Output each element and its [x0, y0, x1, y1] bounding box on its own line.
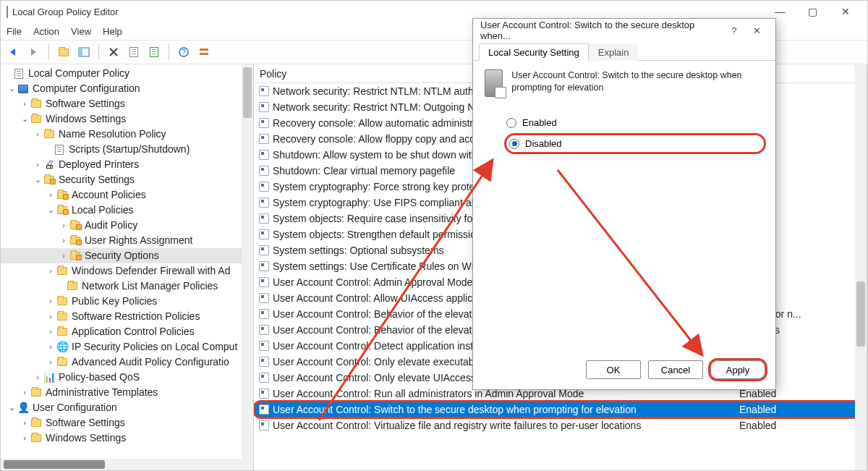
policy-label: User Account Control: Detect application…: [273, 340, 481, 352]
svg-rect-4: [200, 48, 208, 51]
registry-icon: [258, 260, 270, 272]
user-icon: 👤: [17, 402, 30, 414]
tree-wdf[interactable]: Windows Defender Firewall with Ad: [72, 263, 230, 279]
tree-acp[interactable]: Application Control Policies: [72, 324, 195, 339]
tree-ws2[interactable]: Windows Settings: [46, 430, 126, 446]
registry-icon: [258, 420, 270, 431]
tab-local-security-setting[interactable]: Local Security Setting: [479, 43, 589, 61]
list-vscrollbar[interactable]: [855, 64, 867, 470]
tree-uc[interactable]: User Configuration: [33, 400, 117, 415]
policy-row[interactable]: User Account Control: Virtualize file an…: [254, 417, 867, 433]
tree-root[interactable]: Local Computer Policy: [28, 66, 129, 81]
computer-icon: [17, 83, 30, 95]
tree-lp[interactable]: Local Policies: [72, 203, 134, 218]
tree-sec[interactable]: Security Settings: [59, 172, 135, 187]
policy-label: Recovery console: Allow automatic admini…: [273, 117, 482, 129]
shield-icon: [43, 174, 56, 186]
policy-label: User Account Control: Behavior of the el…: [273, 324, 480, 336]
policy-label: System cryptography: Use FIPS compliant …: [273, 197, 485, 208]
registry-icon: [258, 101, 270, 113]
tree-dp[interactable]: Deployed Printers: [59, 157, 139, 172]
delete-button[interactable]: [105, 43, 122, 61]
policy-row[interactable]: User Account Control: Switch to the secu…: [254, 402, 867, 417]
menu-file[interactable]: File: [7, 26, 22, 37]
tree-hscrollbar[interactable]: [1, 459, 242, 470]
radio-dot-icon: [509, 139, 519, 149]
tree-pqos[interactable]: Policy-based QoS: [59, 370, 140, 385]
registry-icon: [258, 404, 270, 415]
tree-at[interactable]: Administrative Templates: [46, 385, 158, 400]
dialog-close-button[interactable]: ✕: [746, 21, 768, 40]
tree[interactable]: Local Computer Policy ⌄Computer Configur…: [1, 66, 253, 446]
tree-ss[interactable]: Software Settings: [46, 96, 125, 111]
dialog-titlebar: User Account Control: Switch to the secu…: [473, 19, 775, 42]
svg-rect-1: [79, 48, 82, 56]
tree-ap[interactable]: Account Policies: [72, 187, 146, 203]
menu-help[interactable]: Help: [103, 26, 122, 37]
registry-icon: [258, 181, 270, 192]
script-icon: [53, 144, 66, 156]
registry-icon: [258, 372, 270, 383]
filter-button[interactable]: [195, 43, 213, 61]
tree-ipsec[interactable]: IP Security Policies on Local Comput: [72, 339, 237, 355]
cancel-button[interactable]: Cancel: [648, 360, 703, 379]
tree-nlm[interactable]: Network List Manager Policies: [82, 279, 218, 294]
registry-icon: [258, 245, 270, 256]
export-button[interactable]: [145, 43, 163, 61]
policy-label: Shutdown: Clear virtual memory pagefile: [273, 165, 455, 177]
menu-view[interactable]: View: [71, 26, 91, 37]
registry-icon: [258, 165, 270, 177]
policy-large-icon: [485, 69, 503, 97]
policy-label: User Account Control: Switch to the secu…: [273, 404, 637, 415]
close-button[interactable]: ✕: [829, 1, 861, 22]
tree-ss2[interactable]: Software Settings: [46, 415, 125, 430]
maximize-button[interactable]: ▢: [796, 1, 829, 22]
chart-icon: 📊: [43, 372, 56, 383]
radio-disabled-label: Disabled: [525, 138, 562, 149]
forward-button[interactable]: [25, 43, 43, 61]
policy-label: Network security: Restrict NTLM: NTLM au…: [273, 85, 485, 97]
tree-pkp[interactable]: Public Key Policies: [72, 294, 157, 309]
tree-audit[interactable]: Audit Policy: [85, 218, 137, 233]
tree-ura[interactable]: User Rights Assignment: [85, 233, 192, 248]
policy-icon: [12, 68, 25, 80]
tree-nrp[interactable]: Name Resolution Policy: [59, 127, 166, 142]
help-button[interactable]: ?: [175, 43, 192, 61]
show-hide-tree-button[interactable]: [75, 43, 93, 61]
tab-explain[interactable]: Explain: [589, 43, 639, 61]
dialog-title: User Account Control: Switch to the secu…: [480, 20, 723, 41]
back-button[interactable]: [5, 43, 22, 61]
registry-icon: [258, 85, 270, 97]
policy-label: Network security: Restrict NTLM: Outgoin…: [273, 101, 481, 113]
policy-label: System cryptography: Force strong key pr…: [273, 181, 482, 192]
globe-icon: 🌐: [56, 341, 69, 353]
dialog-help-button[interactable]: ?: [723, 21, 745, 40]
properties-button[interactable]: [125, 43, 142, 61]
tree-ws[interactable]: Windows Settings: [46, 111, 126, 127]
radio-disabled[interactable]: Disabled: [506, 135, 764, 152]
dialog-tabs: Local Security Setting Explain: [473, 42, 775, 61]
tree-srp[interactable]: Software Restriction Policies: [72, 309, 200, 324]
policy-label: System settings: Optional subsystems: [273, 245, 444, 256]
tree-pane: Local Computer Policy ⌄Computer Configur…: [1, 64, 254, 470]
tree-vscrollbar[interactable]: [242, 64, 253, 470]
registry-icon: [258, 197, 270, 208]
apply-button[interactable]: Apply: [710, 360, 765, 379]
policy-value: Enabled: [739, 420, 855, 431]
registry-icon: [258, 213, 270, 224]
window-title: Local Group Policy Editor: [12, 7, 119, 17]
tree-aapc[interactable]: Advanced Audit Policy Configuratio: [72, 355, 229, 370]
tree-scripts[interactable]: Scripts (Startup/Shutdown): [69, 142, 190, 157]
up-button[interactable]: [55, 43, 72, 61]
registry-icon: [258, 340, 270, 352]
radio-enabled[interactable]: Enabled: [506, 117, 764, 128]
tree-secopt[interactable]: Security Options: [85, 248, 159, 263]
menu-action[interactable]: Action: [33, 26, 59, 37]
policy-label: User Account Control: Virtualize file an…: [273, 420, 641, 431]
policy-value: Enabled: [739, 404, 855, 415]
dialog-description: User Account Control: Switch to the secu…: [511, 69, 764, 94]
app-icon: [7, 7, 8, 17]
registry-icon: [258, 324, 270, 336]
ok-button[interactable]: OK: [586, 360, 641, 379]
tree-cc[interactable]: Computer Configuration: [33, 81, 140, 96]
